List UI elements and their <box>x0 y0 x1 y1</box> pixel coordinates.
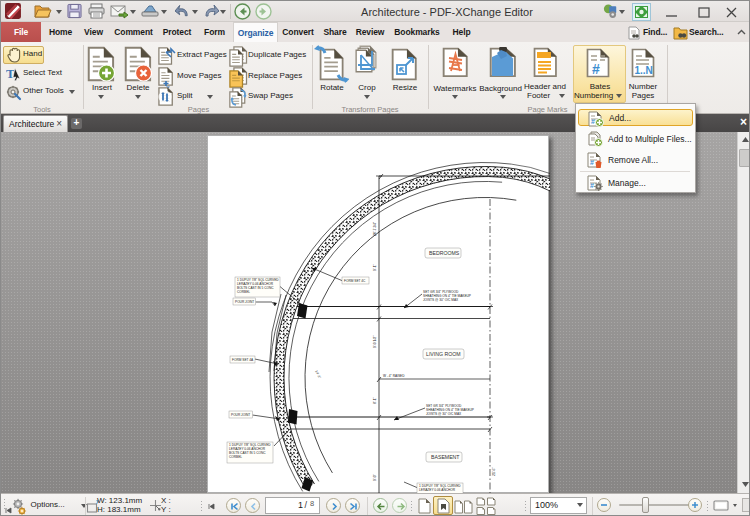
svg-text:JOISTS @ 30" O/C MAX: JOISTS @ 30" O/C MAX <box>423 298 459 302</box>
svg-text:20'-7 3/4": 20'-7 3/4" <box>373 221 377 236</box>
svg-text:CORBEL: CORBEL <box>229 455 242 459</box>
svg-text:LERAZEY 0.06 ANCHOR: LERAZEY 0.06 ANCHOR <box>419 488 456 492</box>
svg-text:#: # <box>592 61 600 77</box>
svg-text:9'-0 1/2": 9'-0 1/2" <box>373 335 377 348</box>
svg-text:CORBEL: CORBEL <box>237 290 250 294</box>
svg-text:POUR JOINT: POUR JOINT <box>231 413 250 417</box>
svg-text:1..N: 1..N <box>635 65 653 76</box>
svg-text:9'-0": 9'-0" <box>373 473 377 481</box>
svg-text:FORM SET 4C: FORM SET 4C <box>344 279 366 283</box>
svg-text:#: # <box>590 182 594 189</box>
svg-text:8'-1": 8'-1" <box>373 396 377 404</box>
svg-text:9'-1": 9'-1" <box>373 263 377 271</box>
svg-text:POUR JOINT: POUR JOINT <box>235 300 254 304</box>
svg-text:FORM SET 4A: FORM SET 4A <box>232 358 254 362</box>
svg-text:14'-3": 14'-3" <box>314 370 322 380</box>
svg-text:#: # <box>590 159 594 166</box>
svg-text:W - 4" RAISED: W - 4" RAISED <box>383 374 405 378</box>
svg-text:BEDROOMS: BEDROOMS <box>429 250 460 256</box>
svg-text:LIVING ROOM: LIVING ROOM <box>426 351 461 357</box>
svg-text:#: # <box>591 118 595 125</box>
svg-text:21'-6": 21'-6" <box>492 467 496 476</box>
svg-text:BASEMENT: BASEMENT <box>431 454 460 460</box>
svg-text:JOISTS @ 30" O/C MAX: JOISTS @ 30" O/C MAX <box>426 412 462 416</box>
